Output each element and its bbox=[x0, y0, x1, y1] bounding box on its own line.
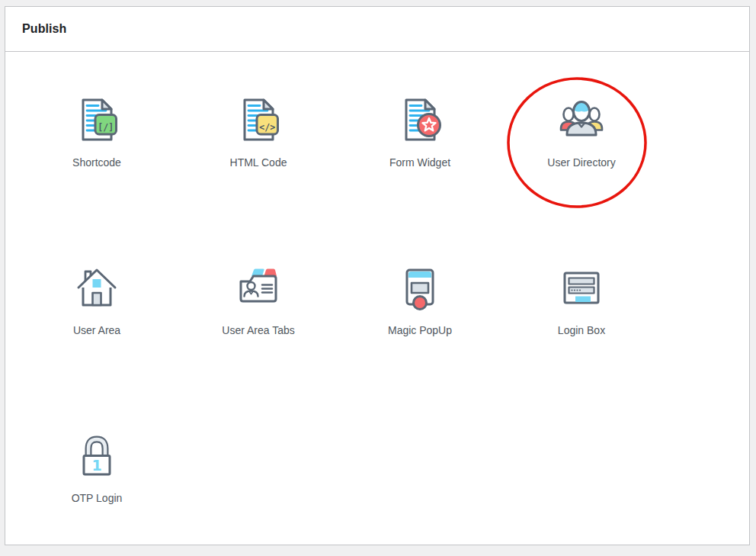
magic-popup-window-icon bbox=[396, 263, 444, 312]
shortcode-document-icon: [/] bbox=[72, 95, 121, 144]
publish-panel: Publish [/] bbox=[5, 6, 750, 545]
publish-option-label: User Directory bbox=[547, 156, 615, 169]
user-area-house-icon bbox=[72, 263, 121, 312]
publish-option-label: Magic PopUp bbox=[388, 324, 452, 336]
svg-text:[/]: [/] bbox=[98, 122, 114, 133]
publish-options-grid: [/] Shortcode bbox=[5, 52, 749, 545]
publish-option-login-box[interactable]: Login Box bbox=[501, 263, 662, 431]
publish-option-label: Login Box bbox=[558, 324, 605, 336]
publish-option-user-area-tabs[interactable]: User Area Tabs bbox=[178, 263, 339, 431]
publish-option-label: OTP Login bbox=[72, 492, 123, 504]
panel-header: Publish bbox=[5, 7, 749, 52]
publish-option-label: Shortcode bbox=[72, 156, 121, 169]
publish-option-label: HTML Code bbox=[230, 156, 287, 169]
publish-option-magic-popup[interactable]: Magic PopUp bbox=[339, 263, 501, 431]
panel-title: Publish bbox=[22, 22, 66, 36]
user-directory-users-icon bbox=[557, 95, 606, 144]
svg-text:1: 1 bbox=[91, 457, 101, 474]
publish-option-form-widget[interactable]: Form Widget bbox=[339, 95, 501, 263]
publish-option-label: Form Widget bbox=[389, 156, 450, 169]
publish-option-user-area[interactable]: User Area bbox=[16, 263, 178, 431]
publish-option-shortcode[interactable]: [/] Shortcode bbox=[16, 95, 178, 263]
publish-option-user-directory[interactable]: User Directory bbox=[501, 95, 662, 263]
publish-option-otp-login[interactable]: 1 OTP Login bbox=[16, 431, 178, 545]
form-widget-document-icon bbox=[396, 95, 444, 144]
login-box-form-icon bbox=[557, 263, 606, 312]
publish-option-html-code[interactable]: </> HTML Code bbox=[178, 95, 339, 263]
publish-option-label: User Area bbox=[73, 324, 120, 336]
html-code-document-icon: </> bbox=[234, 95, 283, 144]
publish-option-label: User Area Tabs bbox=[222, 324, 294, 336]
svg-text:</>: </> bbox=[259, 122, 275, 133]
otp-login-padlock-icon: 1 bbox=[72, 431, 121, 480]
user-area-tabs-folder-icon bbox=[234, 263, 283, 312]
